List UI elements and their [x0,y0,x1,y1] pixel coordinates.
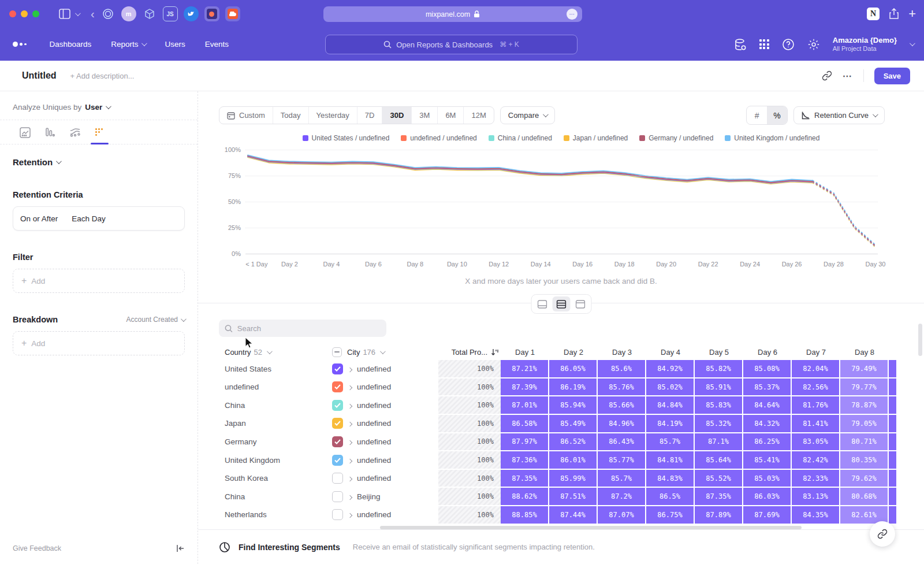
day-value-cell[interactable]: 87.89% [695,506,743,525]
row-expand-chevron-icon[interactable] [348,456,352,465]
range-custom[interactable]: Custom [219,107,273,124]
day-value-cell[interactable]: 84.19% [646,415,695,433]
day-value-cell[interactable]: 85.32% [695,415,743,433]
day-value-cell[interactable]: 87.01% [501,396,549,415]
country-cell[interactable]: United States [219,360,332,379]
table-search[interactable] [219,320,386,337]
day-value-cell[interactable]: 82.33% [792,470,840,488]
range-7d[interactable]: 7D [357,107,383,124]
day-value-cell[interactable]: 86.43% [598,433,646,452]
give-feedback-link[interactable]: Give Feedback [13,544,61,552]
mixpanel-logo[interactable] [13,42,27,47]
country-cell[interactable]: Netherlands [219,506,332,525]
day-value-cell[interactable]: 85.76% [598,379,646,397]
more-options-button[interactable]: ⋯ [843,70,853,81]
day-value-cell[interactable]: 81.76% [792,396,840,415]
traffic-light-minimize-button[interactable] [21,10,28,17]
day-column-header[interactable]: Day 5 [695,348,743,357]
day-column-header[interactable]: Day 6 [743,348,792,357]
new-tab-icon[interactable]: + [908,6,916,21]
day-value-cell[interactable]: 85.41% [743,451,792,470]
vertical-scrollbar[interactable] [918,324,922,356]
cloud-icon[interactable] [225,6,240,21]
report-title[interactable]: Untitled [22,70,57,81]
range-12m[interactable]: 12M [464,107,493,124]
day-value-cell[interactable]: 85.83% [695,396,743,415]
day-column-header[interactable]: Day 1 [501,348,549,357]
global-search[interactable]: Open Reports & Dashboards ⌘ + K [325,35,578,54]
day-value-cell[interactable]: 80.68% [840,488,889,506]
compare-button[interactable]: Compare [500,106,555,124]
country-cell[interactable]: China [219,488,332,506]
row-checkbox[interactable] [332,455,343,466]
add-description[interactable]: + Add description... [70,72,135,80]
day-value-cell[interactable]: 85.08% [743,360,792,379]
day-value-cell[interactable]: 79.05% [840,415,889,433]
day-value-cell[interactable]: 84.84% [646,396,695,415]
row-checkbox[interactable] [332,381,343,392]
filter-add-button[interactable]: + Add [13,269,185,293]
day-value-cell[interactable]: 87.44% [549,506,598,525]
day-value-cell[interactable]: 86.05% [549,360,598,379]
day-value-cell[interactable]: 82.56% [792,379,840,397]
day-value-cell[interactable]: 83.13% [792,488,840,506]
range-3m[interactable]: 3M [412,107,438,124]
day-value-cell[interactable]: 85.7% [598,470,646,488]
legend-item[interactable]: United States / undefined [303,134,390,142]
layout-split-button[interactable] [552,296,570,311]
m-avatar-icon[interactable]: m [121,6,136,21]
city-cell[interactable]: undefined [332,451,438,470]
row-expand-chevron-icon[interactable] [348,383,352,391]
day-value-cell[interactable]: 84.35% [792,506,840,525]
city-cell[interactable]: undefined [332,360,438,379]
day-value-cell[interactable]: 86.52% [549,433,598,452]
day-value-cell[interactable]: 80.35% [840,451,889,470]
apps-grid-icon[interactable] [759,39,769,49]
day-value-cell[interactable]: 84.83% [646,470,695,488]
chart-type-dropdown[interactable]: Retention Curve [793,106,885,124]
city-column-header[interactable]: City176 [332,347,438,357]
day-value-cell[interactable]: 80.71% [840,433,889,452]
legend-item[interactable]: China / undefined [489,134,552,142]
analyze-value[interactable]: User [85,103,102,112]
day-value-cell[interactable]: 87.1% [695,433,743,452]
day-value-cell[interactable]: 84.81% [646,451,695,470]
day-value-cell[interactable]: 87.69% [743,506,792,525]
row-expand-chevron-icon[interactable] [348,510,352,519]
row-checkbox[interactable] [332,509,343,520]
url-more-button[interactable]: ⋯ [567,9,578,20]
layout-chart-only-button[interactable] [533,296,551,311]
day-value-cell[interactable]: 87.35% [501,470,549,488]
day-value-cell[interactable]: 85.03% [743,470,792,488]
day-value-cell[interactable]: 78.87% [840,396,889,415]
bird-icon[interactable] [184,6,199,21]
row-expand-chevron-icon[interactable] [348,419,352,428]
retention-section-title[interactable]: Retention [13,157,53,167]
country-cell[interactable]: undefined [219,379,332,397]
absolute-numbers-toggle[interactable]: # [747,106,767,124]
day-value-cell[interactable]: 85.49% [549,415,598,433]
day-value-cell[interactable]: 87.36% [501,451,549,470]
range-6m[interactable]: 6M [438,107,464,124]
criteria-each-day[interactable]: Each Day [72,214,106,223]
day-value-cell[interactable]: 85.52% [695,470,743,488]
day-value-cell[interactable]: 83.05% [792,433,840,452]
city-cell[interactable]: undefined [332,379,438,397]
row-expand-chevron-icon[interactable] [348,474,352,483]
target-icon[interactable] [100,6,116,21]
day-value-cell[interactable]: 84.92% [646,360,695,379]
country-column-header[interactable]: Country 52 [219,348,332,357]
tab-chevron-down-icon[interactable] [75,12,79,16]
city-select-all-checkbox[interactable] [332,347,342,357]
day-value-cell[interactable]: 79.49% [840,360,889,379]
row-checkbox[interactable] [332,418,343,429]
settings-gear-icon[interactable] [807,38,820,51]
day-column-header[interactable]: Day 4 [646,348,695,357]
collapse-sidebar-icon[interactable] [176,544,185,552]
tab-insights[interactable] [13,127,38,144]
city-cell[interactable]: undefined [332,433,438,452]
country-cell[interactable]: South Korea [219,470,332,488]
day-value-cell[interactable]: 81.41% [792,415,840,433]
js-icon[interactable]: JS [163,6,178,21]
day-value-cell[interactable]: 86.03% [743,488,792,506]
